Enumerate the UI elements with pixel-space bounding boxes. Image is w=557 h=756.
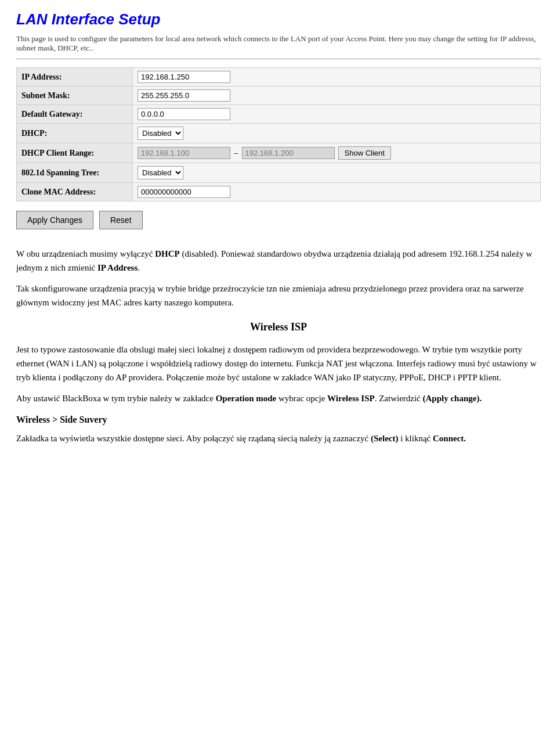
spanning-tree-select[interactable]: Disabled Enabled	[138, 166, 183, 179]
content-section: W obu urządzeniach musimy wyłączyć DHCP …	[16, 247, 541, 445]
wireless-isp-bold: Wireless ISP	[327, 394, 375, 403]
table-row: 802.1d Spanning Tree: Disabled Enabled	[17, 163, 541, 183]
dhcp-client-range-value-cell: – Show Client	[133, 143, 541, 163]
ip-address-value-cell	[133, 68, 541, 87]
table-row: Clone MAC Address:	[17, 183, 541, 201]
dhcp-bold: DHCP	[155, 249, 180, 258]
ip-address-label: IP Address:	[17, 68, 133, 87]
paragraph-2: Tak skonfigurowane urządzenia pracyją w …	[16, 282, 541, 309]
clone-mac-value-cell	[133, 183, 541, 201]
default-gateway-input[interactable]	[138, 108, 230, 120]
select-bold: (Select)	[371, 434, 398, 443]
dhcp-label: DHCP:	[17, 124, 133, 143]
table-row: Default Gateway:	[17, 105, 541, 124]
subnet-mask-label: Subnet Mask:	[17, 87, 133, 105]
dhcp-value-cell: Disabled Enabled	[133, 124, 541, 143]
spanning-tree-label: 802.1d Spanning Tree:	[17, 163, 133, 183]
form-buttons: Apply Changes Reset	[16, 211, 541, 229]
subnet-mask-value-cell	[133, 87, 541, 105]
wireless-side-suvery-heading: Wireless > Side Suvery	[16, 412, 541, 427]
ip-address-input[interactable]	[138, 71, 230, 83]
reset-button[interactable]: Reset	[99, 211, 143, 229]
paragraph-5: Zakładka ta wyświetla wszystkie dostępne…	[16, 431, 541, 445]
lan-setup-form: IP Address: Subnet Mask: Default Gateway…	[16, 67, 541, 201]
dhcp-range-container: – Show Client	[138, 146, 536, 160]
show-client-button[interactable]: Show Client	[338, 146, 391, 160]
paragraph-4: Aby ustawić BlackBoxa w tym trybie należ…	[16, 391, 541, 405]
subnet-mask-input[interactable]	[138, 89, 230, 102]
table-row: Subnet Mask:	[17, 87, 541, 105]
page-description: This page is used to configure the param…	[16, 34, 541, 59]
dhcp-range-to-input[interactable]	[242, 147, 335, 159]
dhcp-client-range-label: DHCP Client Range:	[17, 143, 133, 163]
clone-mac-input[interactable]	[138, 186, 230, 198]
spanning-tree-value-cell: Disabled Enabled	[133, 163, 541, 183]
wireless-isp-heading: Wireless ISP	[16, 319, 541, 336]
apply-changes-button[interactable]: Apply Changes	[16, 211, 93, 229]
default-gateway-label: Default Gateway:	[17, 105, 133, 124]
connect-bold: Connect.	[433, 434, 466, 443]
table-row: DHCP Client Range: – Show Client	[17, 143, 541, 163]
table-row: DHCP: Disabled Enabled	[17, 124, 541, 143]
apply-change-bold: (Apply change).	[423, 394, 482, 403]
paragraph-3: Jest to typowe zastosowanie dla obslugi …	[16, 343, 541, 384]
default-gateway-value-cell	[133, 105, 541, 124]
ip-address-bold: IP Address	[97, 263, 138, 272]
operation-mode-bold: Operation mode	[216, 394, 277, 403]
clone-mac-label: Clone MAC Address:	[17, 183, 133, 201]
page-title: LAN Interface Setup	[16, 10, 541, 28]
dhcp-range-from-input[interactable]	[138, 147, 230, 159]
dhcp-select[interactable]: Disabled Enabled	[138, 127, 183, 140]
dhcp-range-separator: –	[234, 148, 238, 158]
table-row: IP Address:	[17, 68, 541, 87]
paragraph-1: W obu urządzeniach musimy wyłączyć DHCP …	[16, 247, 541, 275]
